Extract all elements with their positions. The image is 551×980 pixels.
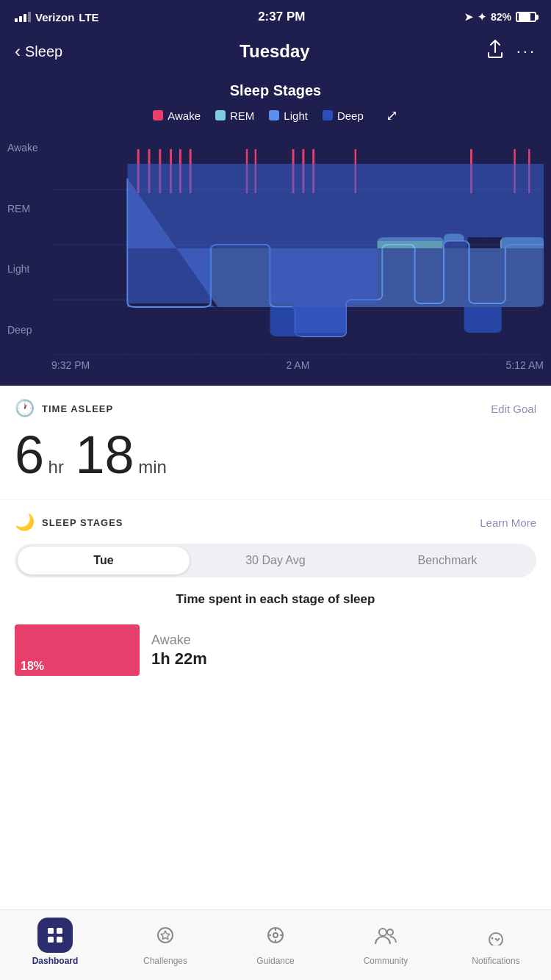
moon-icon: 🌙 [15,513,35,532]
y-label-rem: REM [7,203,51,215]
deep-label: Deep [337,109,364,122]
nav-guidance[interactable]: Guidance [220,918,331,966]
share-button[interactable] [487,40,503,63]
time-start: 9:32 PM [51,359,90,371]
status-left: Verizon LTE [15,11,99,24]
time-mid: 2 AM [286,359,309,371]
sleep-chart: Awake REM Light Deep [0,134,551,371]
notifications-label: Notifications [472,956,519,966]
legend-awake: Awake [153,107,201,124]
stages-header: 🌙 SLEEP STAGES Learn More [15,513,536,532]
battery-percent: 82% [491,11,511,23]
guidance-icon-container [258,918,293,953]
battery-icon [516,12,536,22]
back-label: Sleep [25,43,62,60]
chart-legend: Awake REM Light Deep ⤢ [0,107,551,124]
status-bar: Verizon LTE 2:37 PM ➤ ✦ 82% [0,0,551,32]
nav-community[interactable]: Community [331,918,441,966]
tab-tue[interactable]: Tue [18,547,190,574]
stage-tab-selector: Tue 30 Day Avg Benchmark [15,544,536,577]
tab-30day[interactable]: 30 Day Avg [190,547,361,574]
y-label-deep: Deep [7,324,51,336]
signal-bars [15,12,31,22]
hours-value: 6 [15,425,44,484]
svg-rect-26 [57,928,62,934]
awake-info: Awake 1h 22m [140,633,207,669]
hours-unit: hr [48,457,64,477]
status-right: ➤ ✦ 82% [464,11,536,23]
legend-deep: Deep [323,107,364,124]
back-button[interactable]: ‹ Sleep [15,41,62,62]
sleep-stages-svg [51,134,544,355]
awake-percent: 18% [21,660,44,673]
chart-title: Sleep Stages [0,82,551,99]
stages-title-row: 🌙 SLEEP STAGES [15,513,123,532]
svg-point-37 [387,929,393,935]
minutes-value: 18 [76,425,134,484]
chart-y-labels: Awake REM Light Deep [7,134,51,358]
more-button[interactable]: ··· [516,42,536,61]
challenges-icon-container [148,918,183,953]
guidance-icon [265,925,286,945]
deep-dot [323,110,333,120]
svg-rect-27 [48,937,54,943]
rem-dot [215,110,226,120]
bottom-nav: Dashboard Challenges Guidance [0,909,551,980]
svg-point-39 [491,937,494,939]
stages-subtitle: Time spent in each stage of sleep [15,592,536,607]
awake-stage-row: 18% Awake 1h 22m [15,624,536,688]
sleep-stages-card: 🌙 SLEEP STAGES Learn More Tue 30 Day Avg… [0,500,551,695]
metric-title-row: 🕐 TIME ASLEEP [15,399,113,418]
light-dot [269,110,279,120]
nav-notifications[interactable]: Notifications [441,918,551,966]
learn-more-button[interactable]: Learn More [480,516,536,529]
dashboard-icon [45,925,65,945]
awake-label: Awake [168,109,201,122]
metric-header: 🕐 TIME ASLEEP Edit Goal [15,399,536,418]
location-icon: ➤ [464,11,473,23]
notifications-icon [486,925,506,945]
svg-point-31 [273,933,278,937]
nav-header: ‹ Sleep Tuesday ··· [0,32,551,75]
chart-x-labels: 9:32 PM 2 AM 5:12 AM [51,358,544,371]
dashboard-icon-container [37,918,73,953]
legend-rem: REM [215,107,254,124]
challenges-label: Challenges [143,956,187,966]
challenges-icon [155,925,176,945]
dashboard-label: Dashboard [32,956,79,966]
legend-light: Light [269,107,308,124]
svg-point-36 [379,929,386,936]
nav-dashboard[interactable]: Dashboard [0,918,110,966]
network-type: LTE [79,11,98,24]
guidance-label: Guidance [256,956,294,966]
y-label-awake: Awake [7,142,51,154]
edit-goal-button[interactable]: Edit Goal [491,403,536,415]
y-label-light: Light [7,263,51,275]
awake-bar-container: 18% [15,624,140,676]
awake-dot [153,110,163,120]
svg-point-29 [158,928,173,943]
community-icon-container [368,918,403,953]
page-title: Tuesday [240,41,310,62]
minutes-unit: min [138,457,167,477]
bluetooth-icon: ✦ [478,11,486,23]
time-end: 5:12 AM [506,359,544,371]
sleep-stages-title: SLEEP STAGES [42,517,123,528]
content-section: 🕐 TIME ASLEEP Edit Goal 6 hr 18 min 🌙 SL… [0,386,551,695]
back-chevron-icon: ‹ [15,41,21,62]
rem-label: REM [230,109,254,122]
time-asleep-card: 🕐 TIME ASLEEP Edit Goal 6 hr 18 min [0,386,551,500]
awake-stage-time: 1h 22m [151,649,207,669]
nav-challenges[interactable]: Challenges [110,918,220,966]
nav-actions: ··· [487,40,536,63]
carrier-label: Verizon [35,11,74,24]
svg-rect-28 [57,937,62,943]
community-label: Community [364,956,408,966]
time-asleep-value: 6 hr 18 min [15,422,536,487]
svg-rect-25 [48,928,54,934]
awake-stage-name: Awake [151,633,207,648]
tab-benchmark[interactable]: Benchmark [361,547,533,574]
expand-icon[interactable]: ⤢ [386,107,398,124]
notifications-icon-container [478,918,514,953]
clock-icon: 🕐 [15,399,35,418]
